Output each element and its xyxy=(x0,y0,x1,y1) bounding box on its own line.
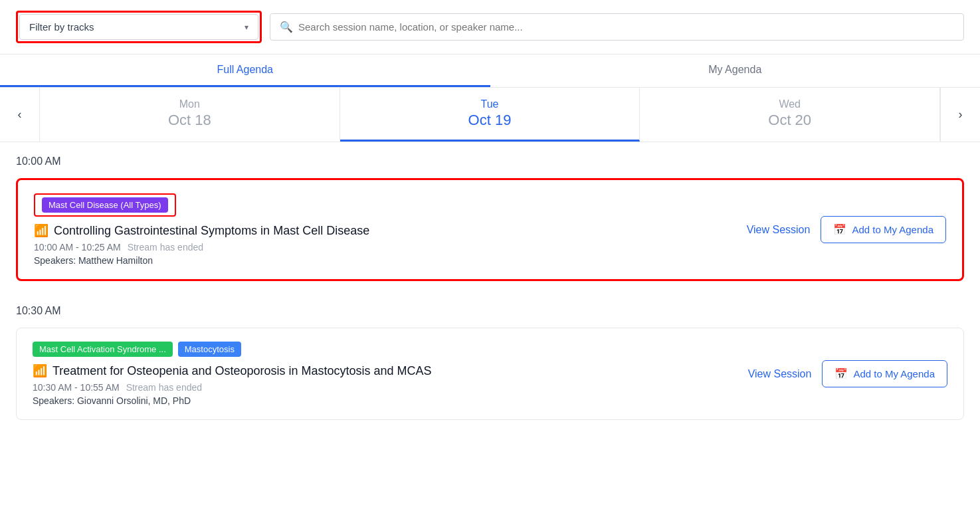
date-nav-wed[interactable]: Wed Oct 20 xyxy=(640,88,940,142)
view-session-link-2[interactable]: View Session xyxy=(748,368,812,380)
date-nav: ‹ Mon Oct 18 Tue Oct 19 Wed Oct 20 › xyxy=(0,88,980,142)
search-wrapper: 🔍 xyxy=(270,13,964,41)
session-meta-2: 10:30 AM - 10:55 AM Stream has ended xyxy=(33,382,737,393)
filter-wrapper: Filter by tracks ▾ xyxy=(16,11,262,43)
search-icon: 🔍 xyxy=(280,21,293,33)
wifi-icon-1: 📶 xyxy=(34,223,49,238)
prev-date-arrow[interactable]: ‹ xyxy=(0,88,40,142)
session-actions-1: View Session 📅 Add to My Agenda xyxy=(747,216,946,243)
tab-full-agenda[interactable]: Full Agenda xyxy=(0,54,490,87)
session-meta-1: 10:00 AM - 10:25 AM Stream has ended xyxy=(34,242,736,253)
tag-mcas[interactable]: Mast Cell Activation Syndrome ... xyxy=(33,342,173,357)
time-label-1000: 10:00 AM xyxy=(0,142,980,173)
tag-mast-cell-disease[interactable]: Mast Cell Disease (All Types) xyxy=(34,193,176,217)
session-card-2: Mast Cell Activation Syndrome ... Mastoc… xyxy=(16,328,964,420)
tag-row-1: Mast Cell Disease (All Types) xyxy=(34,193,736,217)
add-agenda-btn-1[interactable]: 📅 Add to My Agenda xyxy=(821,216,946,243)
tag-mastocytosis[interactable]: Mastocytosis xyxy=(178,342,241,357)
time-label-1030: 10:30 AM xyxy=(0,292,980,322)
session-speakers-2: Speakers: Giovanni Orsolini, MD, PhD xyxy=(33,395,737,406)
next-date-arrow[interactable]: › xyxy=(940,88,980,142)
agenda-tabs: Full Agenda My Agenda xyxy=(0,54,980,88)
filter-tracks-select[interactable]: Filter by tracks ▾ xyxy=(19,14,258,40)
session-card-1: Mast Cell Disease (All Types) 📶 Controll… xyxy=(16,178,964,281)
chevron-down-icon: ▾ xyxy=(245,23,248,32)
calendar-icon-2: 📅 xyxy=(834,367,848,380)
date-nav-mon[interactable]: Mon Oct 18 xyxy=(40,88,340,142)
add-agenda-btn-2[interactable]: 📅 Add to My Agenda xyxy=(822,360,947,387)
top-bar: Filter by tracks ▾ 🔍 xyxy=(0,0,980,54)
filter-label: Filter by tracks xyxy=(29,21,94,33)
view-session-link-1[interactable]: View Session xyxy=(747,224,811,236)
search-input[interactable] xyxy=(298,21,954,33)
calendar-icon-1: 📅 xyxy=(833,223,846,236)
tag-row-2: Mast Cell Activation Syndrome ... Mastoc… xyxy=(33,342,737,357)
session-title-2: Treatment for Osteopenia and Osteoporosi… xyxy=(52,364,432,378)
session-title-row-2: 📶 Treatment for Osteopenia and Osteoporo… xyxy=(33,363,737,378)
tab-my-agenda[interactable]: My Agenda xyxy=(490,54,981,87)
session-title-1: Controlling Gastrointestinal Symptoms in… xyxy=(54,224,369,238)
session-main-2: Mast Cell Activation Syndrome ... Mastoc… xyxy=(33,342,737,406)
session-title-row-1: 📶 Controlling Gastrointestinal Symptoms … xyxy=(34,223,736,238)
date-nav-tue[interactable]: Tue Oct 19 xyxy=(340,88,640,142)
wifi-icon-2: 📶 xyxy=(33,363,47,378)
session-speakers-1: Speakers: Matthew Hamilton xyxy=(34,255,736,266)
session-actions-2: View Session 📅 Add to My Agenda xyxy=(748,360,947,387)
session-main-1: Mast Cell Disease (All Types) 📶 Controll… xyxy=(34,193,736,266)
